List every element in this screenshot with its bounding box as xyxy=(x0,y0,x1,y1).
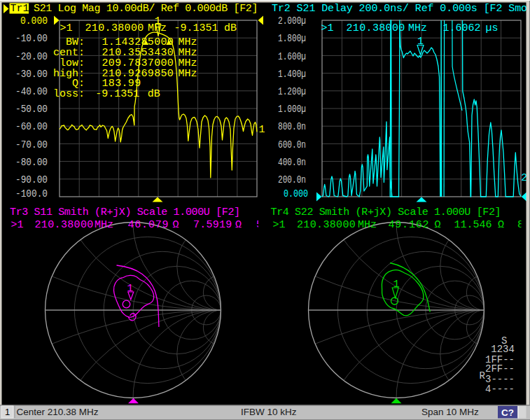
svg-text:0.000: 0.000 xyxy=(20,15,48,27)
svg-text:Ω: Ω xyxy=(435,219,441,231)
svg-text:46.079: 46.079 xyxy=(128,219,169,231)
svg-text:µs: µs xyxy=(486,22,498,34)
svg-text:-90.00: -90.00 xyxy=(15,174,48,186)
svg-text:-60.00: -60.00 xyxy=(15,121,48,133)
svg-text:-9.1351: -9.1351 xyxy=(174,22,218,34)
svg-text:49.162: 49.162 xyxy=(389,219,430,231)
svg-text:1.800µ: 1.800µ xyxy=(278,33,306,45)
svg-text:200.0n: 200.0n xyxy=(278,174,306,186)
svg-text:1: 1 xyxy=(259,124,265,136)
svg-text:Tr1: Tr1 xyxy=(11,3,29,15)
svg-text:2FF--: 2FF-- xyxy=(485,363,515,374)
svg-text:Center 210.38 MHz: Center 210.38 MHz xyxy=(17,407,99,417)
svg-text:loss:: loss: xyxy=(53,88,85,100)
svg-text:dB: dB xyxy=(224,22,237,34)
svg-text:1: 1 xyxy=(127,283,133,295)
svg-text:MHz: MHz xyxy=(179,68,197,80)
svg-text:S21 Log Mag 10.00dB/ Ref 0.000: S21 Log Mag 10.00dB/ Ref 0.000dB [F2] xyxy=(34,3,258,15)
svg-text:dB: dB xyxy=(148,88,160,100)
svg-text:>1: >1 xyxy=(60,22,73,34)
svg-text:>1: >1 xyxy=(321,22,334,34)
svg-text:C?: C? xyxy=(501,407,514,418)
svg-text:Span 10 MHz: Span 10 MHz xyxy=(421,407,479,417)
svg-text:210.38000: 210.38000 xyxy=(85,22,144,34)
svg-text:600.0n: 600.0n xyxy=(278,139,306,151)
svg-text:>1: >1 xyxy=(11,219,24,231)
svg-text:Ω: Ω xyxy=(235,219,242,231)
svg-text:-100.0: -100.0 xyxy=(15,188,48,200)
svg-text:-20.00: -20.00 xyxy=(15,51,48,63)
svg-text:IFBW 10 kHz: IFBW 10 kHz xyxy=(241,407,297,417)
svg-text:MHz: MHz xyxy=(95,219,113,231)
svg-text:>1: >1 xyxy=(273,219,286,231)
svg-text:Ω: Ω xyxy=(173,219,179,231)
svg-text:1.000µ: 1.000µ xyxy=(278,104,306,115)
svg-text:1.200µ: 1.200µ xyxy=(278,86,306,98)
svg-text:-80.00: -80.00 xyxy=(15,157,48,169)
svg-text:1: 1 xyxy=(5,407,10,417)
svg-text:2.000µ: 2.000µ xyxy=(278,15,306,27)
svg-text:7.5919: 7.5919 xyxy=(193,219,232,231)
svg-text:1.400µ: 1.400µ xyxy=(278,69,306,80)
svg-text:-9.1351: -9.1351 xyxy=(95,88,139,100)
svg-text:0.000: 0.000 xyxy=(284,188,308,200)
svg-text:4----: 4---- xyxy=(485,384,515,395)
svg-text:MHz: MHz xyxy=(358,219,377,231)
svg-text:R: R xyxy=(480,370,486,382)
svg-text:1.600µ: 1.600µ xyxy=(278,51,306,63)
svg-text:-50.00: -50.00 xyxy=(15,104,48,115)
svg-text:-10.00: -10.00 xyxy=(15,33,48,45)
svg-text:Ω: Ω xyxy=(498,219,504,231)
svg-text:1.6062: 1.6062 xyxy=(443,22,481,34)
svg-text:Tr4 S22 Smith (R+jX) Scale 1.0: Tr4 S22 Smith (R+jX) Scale 1.000U [F2] xyxy=(271,206,501,218)
svg-text:400.0n: 400.0n xyxy=(278,157,306,169)
svg-text:210.38000: 210.38000 xyxy=(35,219,94,231)
svg-text:-40.00: -40.00 xyxy=(15,86,48,98)
svg-text:Tr3 S11 Smith (R+jX) Scale 1.0: Tr3 S11 Smith (R+jX) Scale 1.000U [F2] xyxy=(10,206,240,218)
svg-text:800.0n: 800.0n xyxy=(278,121,306,133)
svg-text:210.38000: 210.38000 xyxy=(297,219,356,231)
svg-text:MHz: MHz xyxy=(408,22,427,34)
svg-text:-30.00: -30.00 xyxy=(15,69,48,80)
svg-text:1: 1 xyxy=(155,15,161,27)
svg-text:210.38000: 210.38000 xyxy=(347,22,405,34)
svg-text:11.546: 11.546 xyxy=(454,219,492,231)
svg-text:Tr2 S21 Delay 200.0ns/ Ref 0.0: Tr2 S21 Delay 200.0ns/ Ref 0.000s [F2 Sm… xyxy=(272,3,527,15)
svg-text:1: 1 xyxy=(417,36,424,48)
svg-text:1: 1 xyxy=(393,279,399,290)
svg-text:-70.00: -70.00 xyxy=(15,139,48,151)
